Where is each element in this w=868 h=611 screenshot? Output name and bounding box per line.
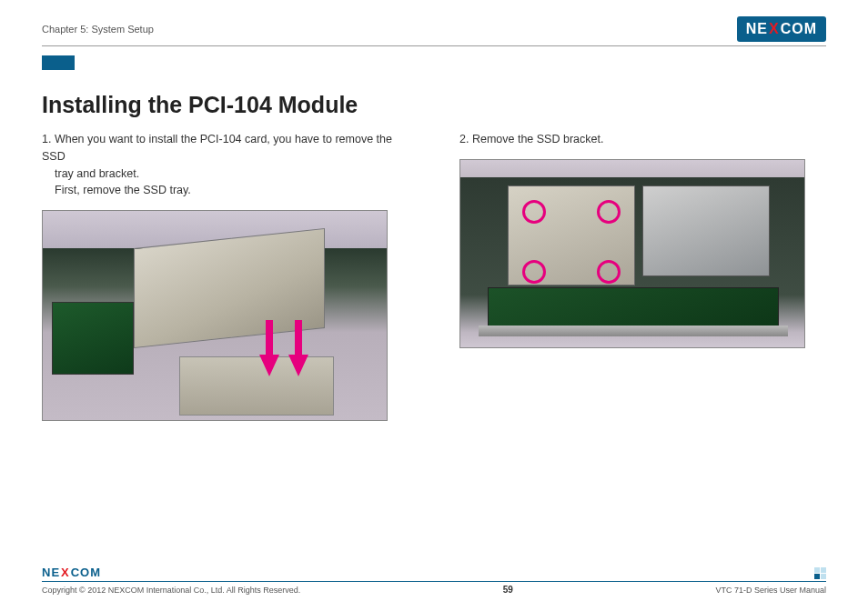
- arrow-down-icon: [288, 320, 308, 376]
- brand-text-x: X: [769, 21, 780, 37]
- step-1: 1. When you want to install the PCI-104 …: [42, 131, 409, 199]
- page-header: Chapter 5: System Setup NEXCOM: [42, 16, 826, 42]
- manual-name: VTC 71-D Series User Manual: [715, 586, 826, 595]
- screw-marker-icon: [522, 200, 546, 224]
- screw-marker-icon: [597, 200, 621, 224]
- figure-2-chassis-front: [479, 326, 788, 336]
- brand-text-right: COM: [781, 21, 817, 37]
- figure-1-ssd-tray: [179, 356, 334, 416]
- footer-ornament-icon: [814, 567, 826, 579]
- brand-text-left: NE: [746, 21, 768, 37]
- screw-marker-icon: [597, 260, 621, 284]
- footer-rule: [42, 581, 826, 582]
- column-right: 2. Remove the SSD bracket.: [459, 131, 826, 421]
- figure-2-heatsink: [642, 185, 770, 276]
- figure-2: [459, 159, 805, 348]
- page-title: Installing the PCI-104 Module: [42, 92, 826, 118]
- page-footer: NEXCOM Copyright © 2012 NEXCOM Internati…: [42, 566, 826, 595]
- figure-2-mainboard: [488, 287, 779, 329]
- chapter-label: Chapter 5: System Setup: [42, 24, 154, 35]
- footer-brand-left: NE: [42, 566, 60, 579]
- footer-brand-x: X: [61, 566, 70, 579]
- footer-brand-right: COM: [71, 566, 101, 579]
- header-rule: [42, 45, 826, 46]
- brand-logo: NEXCOM: [737, 16, 826, 42]
- step-1-line3: First, remove the SSD tray.: [42, 182, 409, 199]
- page-number: 59: [503, 585, 513, 595]
- figure-1-pcb: [52, 302, 134, 375]
- figure-1: [42, 210, 388, 421]
- copyright-text: Copyright © 2012 NEXCOM International Co…: [42, 586, 300, 595]
- content-columns: 1. When you want to install the PCI-104 …: [42, 131, 826, 421]
- column-left: 1. When you want to install the PCI-104 …: [42, 131, 409, 421]
- footer-logo: NEXCOM: [42, 566, 101, 579]
- step-1-line1: 1. When you want to install the PCI-104 …: [42, 133, 392, 163]
- screw-marker-icon: [522, 260, 546, 284]
- step-2: 2. Remove the SSD bracket.: [459, 131, 826, 148]
- step-1-line2: tray and bracket.: [42, 165, 409, 183]
- section-tab: [42, 55, 75, 70]
- arrow-down-icon: [259, 320, 279, 376]
